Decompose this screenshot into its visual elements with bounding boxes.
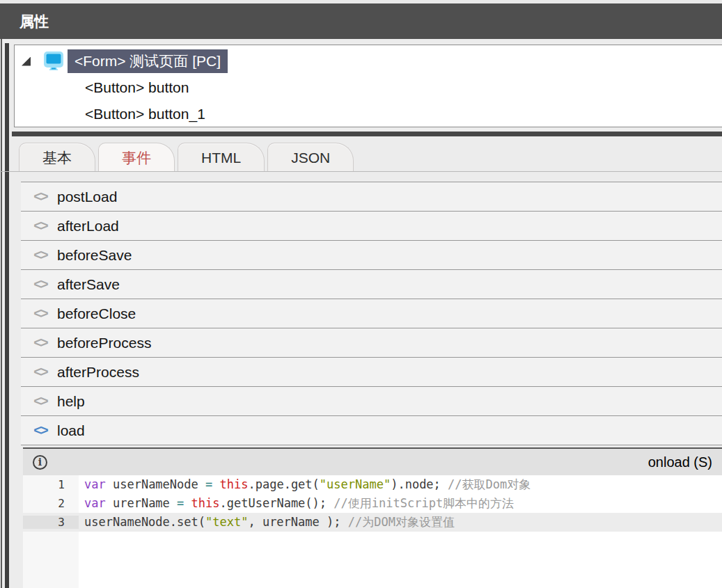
tab-事件[interactable]: 事件 xyxy=(98,143,175,171)
event-row-beforeClose[interactable]: <>beforeClose xyxy=(21,299,722,328)
event-row-afterProcess[interactable]: <>afterProcess xyxy=(21,358,722,387)
token-pl: , urerName ); xyxy=(248,515,347,529)
code-line[interactable]: 1var userNameNode = this.page.get("userN… xyxy=(23,475,722,494)
code-text: var userNameNode = this.page.get("userNa… xyxy=(79,477,531,493)
code-brackets-icon: <> xyxy=(28,422,53,438)
event-row-beforeSave[interactable]: <>beforeSave xyxy=(21,241,722,270)
token-pl: userNameNode.set( xyxy=(84,515,205,529)
monitor-icon xyxy=(42,51,65,72)
event-row-postLoad[interactable]: <>postLoad xyxy=(21,182,722,212)
token-kw: var xyxy=(84,477,106,491)
panel-title: 属性 xyxy=(19,13,49,29)
code-brackets-icon: <> xyxy=(28,276,53,292)
code-brackets-icon: <> xyxy=(28,334,53,351)
line-number: 1 xyxy=(23,478,79,491)
event-label: load xyxy=(57,422,85,439)
token-cm: //为DOM对象设置值 xyxy=(348,515,455,529)
event-label: afterSave xyxy=(57,276,120,293)
code-editor: i onload (S) 1var userNameNode = this.pa… xyxy=(23,447,722,588)
code-line[interactable]: 3userNameNode.set("text", urerName ); //… xyxy=(23,513,722,532)
event-row-afterLoad[interactable]: <>afterLoad xyxy=(21,212,722,241)
event-row-beforeProcess[interactable]: <>beforeProcess xyxy=(21,328,722,358)
tree-expander-icon[interactable] xyxy=(22,57,31,66)
code-area[interactable]: 1var userNameNode = this.page.get("userN… xyxy=(23,475,722,588)
code-text: userNameNode.set("text", urerName ); //为… xyxy=(79,514,455,530)
token-th: this xyxy=(191,496,220,510)
event-label: afterProcess xyxy=(57,364,139,381)
event-label: beforeProcess xyxy=(57,335,151,351)
token-pl: .page.get( xyxy=(248,477,319,491)
tab-html[interactable]: HTML xyxy=(178,143,265,171)
event-label: afterLoad xyxy=(57,218,119,235)
code-brackets-icon: <> xyxy=(28,363,53,380)
code-brackets-icon: <> xyxy=(28,246,53,263)
token-pl: urerName xyxy=(106,496,177,510)
token-op: = xyxy=(177,496,184,510)
code-brackets-icon: <> xyxy=(28,392,53,409)
tree-splitter[interactable] xyxy=(12,132,722,136)
token-th: this xyxy=(220,477,249,491)
line-number: 3 xyxy=(23,516,79,529)
token-str: "text" xyxy=(205,515,248,529)
event-label: postLoad xyxy=(57,189,117,205)
panel-resize-rail[interactable] xyxy=(5,43,9,588)
panel-left-border xyxy=(1,39,2,588)
code-brackets-icon: <> xyxy=(28,305,53,321)
tree-item[interactable]: <Button> button xyxy=(15,74,722,101)
token-pl: ).node; xyxy=(391,477,448,491)
event-row-help[interactable]: <>help xyxy=(21,387,722,416)
event-row-load[interactable]: <>load xyxy=(21,416,722,445)
event-label: beforeSave xyxy=(57,247,132,264)
token-op: = xyxy=(205,477,212,491)
code-text: var urerName = this.getUserName(); //使用i… xyxy=(79,495,514,511)
token-cm: //使用initScript脚本中的方法 xyxy=(333,496,514,510)
code-brackets-icon: <> xyxy=(28,188,53,205)
properties-header: 属性 xyxy=(0,3,722,39)
editor-title: onload (S) xyxy=(648,454,722,470)
event-row-afterSave[interactable]: <>afterSave xyxy=(21,270,722,299)
event-label: help xyxy=(57,393,85,410)
token-kw: var xyxy=(84,496,106,510)
token-pl: .getUserName(); xyxy=(220,496,334,510)
line-number: 2 xyxy=(23,497,79,510)
token-pl xyxy=(184,496,191,510)
token-str: "userName" xyxy=(320,477,391,491)
tree-item[interactable]: <Form> 测试页面 [PC] xyxy=(15,48,722,74)
tree-item[interactable]: <Button> button_1 xyxy=(15,101,722,127)
tab-bar: 基本事件HTMLJSON xyxy=(0,143,722,172)
tree-item-label[interactable]: <Form> 测试页面 [PC] xyxy=(68,49,228,73)
event-label: beforeClose xyxy=(57,305,136,322)
token-pl xyxy=(212,477,219,491)
event-list: <>postLoad<>afterLoad<>beforeSave<>after… xyxy=(21,182,722,445)
token-pl: userNameNode xyxy=(106,477,205,491)
component-tree: <Form> 测试页面 [PC]<Button> button<Button> … xyxy=(14,45,722,127)
info-icon[interactable]: i xyxy=(33,455,47,470)
code-brackets-icon: <> xyxy=(28,217,53,234)
tree-item-label[interactable]: <Button> button xyxy=(81,78,193,97)
code-line[interactable]: 2var urerName = this.getUserName(); //使用… xyxy=(23,494,722,513)
editor-header: i onload (S) xyxy=(23,449,722,475)
tab-json[interactable]: JSON xyxy=(267,143,354,171)
tree-item-label[interactable]: <Button> button_1 xyxy=(81,104,210,124)
token-cm: //获取Dom对象 xyxy=(448,477,531,491)
tab-基本[interactable]: 基本 xyxy=(19,143,95,171)
